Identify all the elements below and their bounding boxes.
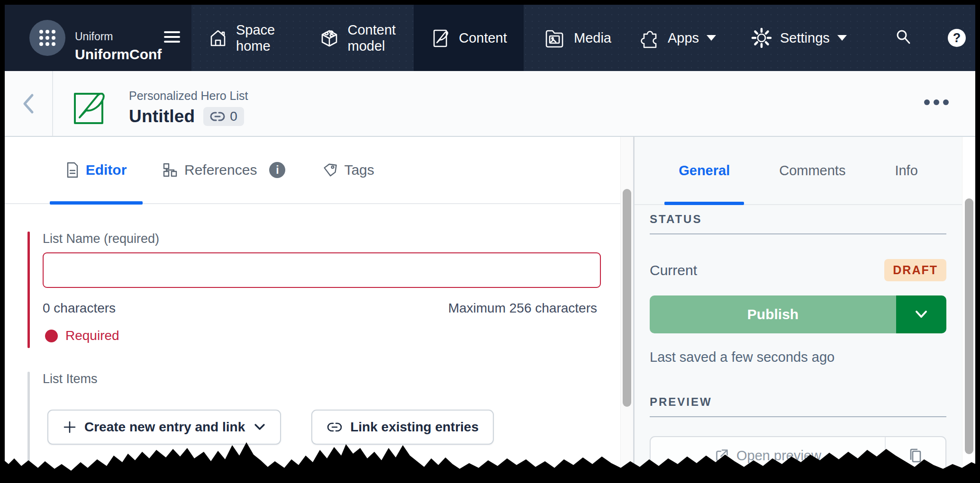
content-type-name: Personalized Hero List <box>129 89 248 103</box>
waffle-grid-icon[interactable] <box>29 20 65 56</box>
entry-more-menu[interactable] <box>924 99 949 105</box>
topnav-item-apps[interactable]: Apps <box>639 5 716 71</box>
last-saved-text: Last saved a few seconds ago <box>650 349 946 365</box>
topnav-label: Media <box>574 30 611 46</box>
app-window: Uniform UniformConf Space home Content m… <box>5 5 975 483</box>
tab-label: Info <box>895 163 917 179</box>
validation-error: ! Required <box>45 328 119 343</box>
topnav-item-content[interactable]: Content <box>414 5 524 71</box>
preview-heading: PREVIEW <box>650 395 946 409</box>
topnav-item-space-home[interactable]: Space home <box>191 5 309 71</box>
org-name: Uniform <box>75 31 162 42</box>
space-switcher[interactable]: Uniform UniformConf <box>5 5 191 71</box>
char-count: 0 characters <box>43 301 116 316</box>
document-icon <box>66 162 79 178</box>
entry-header: Personalized Hero List Untitled 0 <box>5 71 975 137</box>
links-count: 0 <box>230 109 237 124</box>
list-name-input[interactable] <box>43 252 601 288</box>
editor-tabs: Editor References i Tags <box>5 137 620 204</box>
publish-split-button[interactable]: Publish <box>650 295 946 333</box>
chevron-down-icon <box>254 423 266 431</box>
hamburger-menu-icon[interactable] <box>164 31 180 45</box>
topnav-label: Space home <box>236 22 293 54</box>
back-button[interactable] <box>5 71 53 136</box>
field-list-name: List Name (required) 0 characters Maximu… <box>27 232 615 348</box>
links-count-pill[interactable]: 0 <box>203 107 244 126</box>
tab-label: Tags <box>344 162 374 178</box>
chevron-down-icon <box>914 310 928 319</box>
tab-general[interactable]: General <box>664 137 744 204</box>
tab-label: Editor <box>86 162 127 178</box>
tab-editor[interactable]: Editor <box>50 136 143 204</box>
topnav-label: Content model <box>348 22 405 54</box>
error-icon: ! <box>45 330 58 342</box>
topnav-item-media[interactable]: Media <box>524 5 630 71</box>
status-badge: DRAFT <box>884 259 946 281</box>
topnav-label: Settings <box>780 30 830 46</box>
gear-icon <box>751 27 772 49</box>
topnav-item-content-model[interactable]: Content model <box>309 5 414 71</box>
tab-comments[interactable]: Comments <box>765 137 860 204</box>
tab-label: Comments <box>779 163 845 179</box>
space-name: UniformConf <box>75 47 162 62</box>
info-icon[interactable]: i <box>269 162 285 178</box>
field-label: List Name (required) <box>43 232 159 246</box>
top-navigation: Uniform UniformConf Space home Content m… <box>5 5 975 71</box>
status-heading: STATUS <box>650 213 946 226</box>
error-text: Required <box>65 328 119 343</box>
tag-icon <box>322 162 337 178</box>
house-icon <box>208 27 228 48</box>
content-icon <box>430 27 451 49</box>
brand-block: Uniform UniformConf <box>75 31 162 62</box>
tab-label: References <box>184 162 257 178</box>
field-label: List Items <box>43 372 98 386</box>
tab-tags[interactable]: Tags <box>322 136 374 204</box>
chevron-down-icon <box>837 35 847 41</box>
media-icon <box>543 27 566 48</box>
publish-button[interactable]: Publish <box>650 295 896 333</box>
torn-edge-decoration <box>0 431 980 483</box>
chevron-left-icon <box>22 93 35 115</box>
topnav-item-settings[interactable]: Settings <box>751 5 847 71</box>
entry-type-icon <box>72 87 109 129</box>
screenshot-frame: Uniform UniformConf Space home Content m… <box>0 0 980 483</box>
help-button[interactable]: ? <box>945 5 969 71</box>
max-chars: Maximum 256 characters <box>448 301 597 316</box>
tab-label: General <box>679 163 730 179</box>
help-icon: ? <box>948 29 966 47</box>
puzzle-icon <box>639 27 660 48</box>
tab-info[interactable]: Info <box>880 137 932 204</box>
search-icon <box>894 27 913 48</box>
publish-dropdown-button[interactable] <box>896 295 946 333</box>
chevron-down-icon <box>707 35 716 41</box>
topnav-label: Apps <box>668 30 699 46</box>
current-label: Current <box>650 262 697 278</box>
content-model-icon <box>318 27 340 49</box>
error-accent-bar <box>27 232 30 348</box>
grid-dots-icon <box>39 30 55 46</box>
tab-references[interactable]: References i <box>163 136 285 204</box>
references-icon <box>163 162 178 178</box>
divider <box>650 416 946 417</box>
char-counts: 0 characters Maximum 256 characters <box>43 301 597 316</box>
divider <box>650 233 946 234</box>
search-button[interactable] <box>890 5 916 71</box>
main-scrollbar-thumb[interactable] <box>623 189 631 407</box>
topnav-label: Content <box>459 30 507 46</box>
link-icon <box>210 111 225 122</box>
entry-title: Untitled <box>129 107 195 126</box>
sidebar-tabs: General Comments Info <box>635 137 962 205</box>
entry-titles: Personalized Hero List Untitled 0 <box>129 89 248 126</box>
sidebar-scrollbar-thumb[interactable] <box>965 198 973 454</box>
